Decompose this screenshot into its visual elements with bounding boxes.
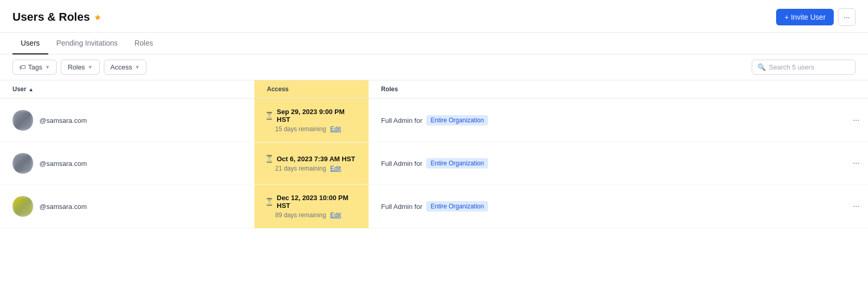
page-header: Users & Roles ★ + Invite User ··· [0,0,868,33]
search-input[interactable] [769,63,842,71]
col-header-actions [628,80,868,99]
avatar [12,196,33,217]
tags-caret-icon: ▼ [45,64,50,70]
edit-access-link[interactable]: Edit [330,212,341,219]
access-filter[interactable]: Access ▼ [104,60,147,75]
access-date: Oct 6, 2023 7:39 AM HST [277,155,355,163]
title-row: Users & Roles ★ [12,10,101,24]
user-cell: @samsara.com [0,186,254,227]
access-cell: ⏳ Sep 29, 2023 9:00 PM HST 15 days remai… [254,99,369,143]
access-cell: ⏳ Dec 12, 2023 10:00 PM HST 89 days rema… [254,185,369,229]
roles-cell: Full Admin for Entire Organization [369,143,628,185]
user-email: @samsara.com [39,117,87,124]
header-actions: + Invite User ··· [776,8,856,26]
role-badge: Entire Organization [426,201,488,212]
user-cell: @samsara.com [0,143,254,184]
user-cell: @samsara.com [0,100,254,141]
search-icon: 🔍 [757,63,766,71]
row-more-button[interactable]: ··· [628,143,868,185]
timer-icon: ⏳ [265,198,274,206]
access-remaining: 89 days remaining [275,212,326,219]
access-remaining: 15 days remaining [275,125,326,133]
col-header-user[interactable]: User▲ [0,80,254,99]
role-badge: Entire Organization [426,115,488,125]
roles-filter[interactable]: Roles ▼ [61,60,99,75]
page-title: Users & Roles [12,10,90,24]
search-container: 🔍 [752,60,856,75]
table-container: User▲ Access Roles @samsara.com [0,80,868,229]
row-more-button[interactable]: ··· [628,185,868,229]
row-more-button[interactable]: ··· [628,99,868,143]
filter-bar: 🏷 Tags ▼ Roles ▼ Access ▼ 🔍 [0,54,868,80]
table-header-row: User▲ Access Roles [0,80,868,99]
sort-icon: ▲ [29,87,34,92]
col-header-roles: Roles [369,80,628,99]
role-label: Full Admin for [381,160,422,167]
users-table: User▲ Access Roles @samsara.com [0,80,868,229]
roles-cell: Full Admin for Entire Organization [369,99,628,143]
table-row: @samsara.com ⏳ Sep 29, 2023 9:00 PM HST … [0,99,868,143]
invite-user-button[interactable]: + Invite User [776,9,834,25]
tab-roles[interactable]: Roles [126,33,161,54]
role-label: Full Admin for [381,117,422,124]
favorite-icon[interactable]: ★ [94,12,101,22]
more-options-button[interactable]: ··· [838,8,856,26]
roles-caret-icon: ▼ [88,64,93,70]
tab-pending-invitations[interactable]: Pending Invitations [48,33,126,54]
access-date: Dec 12, 2023 10:00 PM HST [277,194,358,209]
role-label: Full Admin for [381,203,422,210]
tags-filter[interactable]: 🏷 Tags ▼ [12,60,57,75]
avatar [12,153,33,174]
table-row: @samsara.com ⏳ Dec 12, 2023 10:00 PM HST… [0,185,868,229]
roles-filter-label: Roles [67,63,85,71]
tab-users[interactable]: Users [12,33,48,54]
access-cell: ⏳ Oct 6, 2023 7:39 AM HST 21 days remain… [254,143,369,185]
col-header-access[interactable]: Access [254,80,369,99]
access-remaining: 21 days remaining [275,165,326,172]
edit-access-link[interactable]: Edit [330,165,341,172]
tag-icon: 🏷 [19,64,25,71]
avatar [12,110,33,131]
role-badge: Entire Organization [426,158,488,168]
edit-access-link[interactable]: Edit [330,125,341,133]
tabs-nav: Users Pending Invitations Roles [0,33,868,54]
tags-label: Tags [28,63,42,71]
roles-cell: Full Admin for Entire Organization [369,185,628,229]
access-date: Sep 29, 2023 9:00 PM HST [277,108,358,123]
timer-icon: ⏳ [265,111,274,120]
table-row: @samsara.com ⏳ Oct 6, 2023 7:39 AM HST 2… [0,143,868,185]
access-filter-label: Access [111,63,132,71]
timer-icon: ⏳ [265,154,274,163]
user-email: @samsara.com [39,160,87,167]
user-email: @samsara.com [39,203,87,210]
access-caret-icon: ▼ [134,64,140,70]
